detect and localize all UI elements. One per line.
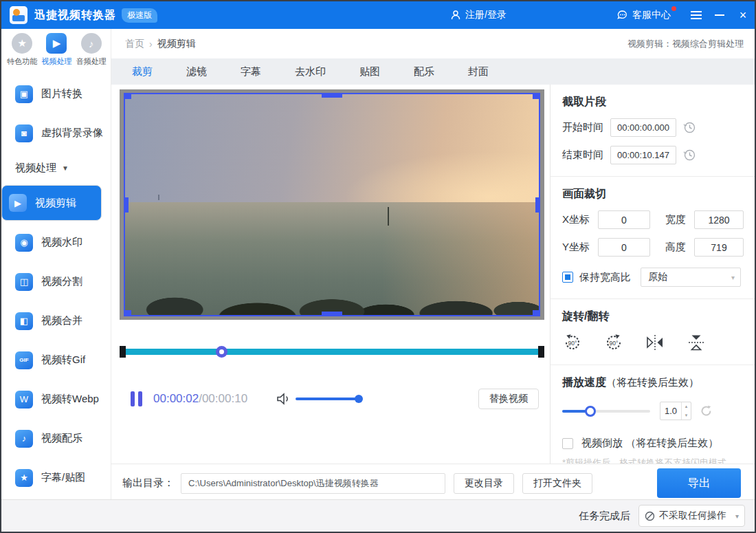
reverse-video-checkbox[interactable] [562, 438, 573, 449]
sidebar-item-video-merge[interactable]: ◧ 视频合并 [1, 301, 111, 340]
crop-handle-left[interactable] [124, 197, 129, 213]
trim-handle-end[interactable] [538, 346, 544, 358]
crop-handle-top-left[interactable] [124, 93, 131, 99]
service-center-label: 客服中心 [632, 9, 671, 21]
height-input[interactable] [694, 238, 744, 257]
spin-up-icon[interactable]: ▴ [682, 402, 691, 411]
sidebar-item-virtual-background[interactable]: ◙ 虚拟背景录像 [1, 113, 111, 153]
hamburger-icon [691, 9, 702, 21]
tab-subtitle[interactable]: 字幕 [241, 65, 261, 78]
tab-music[interactable]: 配乐 [414, 65, 434, 78]
app-window: 迅捷视频转换器 极速版 注册/登录 客服中心 × ★ 特色功能 [0, 0, 756, 533]
nav-label: 特色功能 [7, 56, 37, 67]
volume-control [276, 393, 362, 405]
timeline-track[interactable] [122, 349, 542, 355]
after-task-dropdown[interactable]: 不采取任何操作 ▾ [638, 505, 745, 527]
sidebar-item-label: 视频分割 [41, 275, 82, 288]
open-folder-button[interactable]: 打开文件夹 [522, 473, 592, 494]
nav-feature-functions[interactable]: ★ 特色功能 [5, 33, 38, 73]
crop-handle-top-right[interactable] [533, 93, 540, 99]
chevron-down-icon: ▾ [735, 512, 739, 520]
sidebar-item-label: 字幕/贴图 [41, 471, 85, 484]
sidebar-section-video-processing[interactable]: 视频处理 ▼ [1, 153, 111, 183]
sidebar-item-video-music[interactable]: ♪ 视频配乐 [1, 419, 111, 458]
time-display: 00:00:02/00:00:10 [153, 392, 247, 406]
sidebar-item-label: 视频剪辑 [35, 197, 76, 210]
tab-filter[interactable]: 滤镜 [186, 65, 207, 78]
clock-reset-icon[interactable] [683, 121, 696, 134]
nav-video-processing[interactable]: ▶ 视频处理 [40, 33, 73, 73]
timeline[interactable] [120, 345, 544, 359]
nav-audio-processing[interactable]: ♪ 音频处理 [75, 33, 108, 73]
sidebar-item-video-split[interactable]: ◫ 视频分割 [1, 262, 111, 301]
sidebar-item-subtitle-sticker[interactable]: ★ 字幕/贴图 [1, 458, 111, 497]
change-directory-button[interactable]: 更改目录 [454, 473, 514, 494]
aspect-ratio-dropdown[interactable]: 原始 ▾ [641, 268, 741, 287]
status-bar: 任务完成后 不采取任何操作 ▾ [1, 499, 755, 532]
speed-spinner[interactable]: 1.0 ▴ ▾ [660, 402, 691, 420]
y-coord-input[interactable] [598, 238, 650, 257]
sidebar-list: ▣ 图片转换 ◙ 虚拟背景录像 视频处理 ▼ ▶ 视频剪辑 ◉ 视频水印 ◫ 视… [1, 74, 111, 499]
breadcrumb-home[interactable]: 首页 [125, 38, 144, 50]
keep-aspect-ratio-checkbox[interactable] [562, 272, 573, 283]
pause-button[interactable] [131, 391, 142, 406]
sidebar-item-video-watermark[interactable]: ◉ 视频水印 [1, 223, 111, 262]
tab-remove-watermark[interactable]: 去水印 [295, 65, 326, 78]
rotate-left-90-icon[interactable]: 90° [562, 332, 583, 353]
speed-slider-handle[interactable] [585, 406, 596, 417]
flip-vertical-icon[interactable] [686, 332, 707, 353]
playhead[interactable] [216, 346, 227, 358]
export-button[interactable]: 导出 [657, 468, 741, 498]
clock-reset-icon[interactable] [683, 149, 696, 162]
replace-video-button[interactable]: 替换视频 [478, 389, 539, 409]
notification-dot [671, 6, 676, 11]
x-coord-input[interactable] [598, 210, 650, 229]
settings-panel: 截取片段 开始时间 结束时间 画面裁切 X坐标 宽度 [550, 85, 756, 464]
volume-slider-handle[interactable] [355, 395, 363, 403]
flip-horizontal-icon[interactable] [645, 332, 665, 353]
spin-down-icon[interactable]: ▾ [682, 411, 691, 420]
rotate-right-90-icon[interactable]: 90° [603, 332, 624, 353]
reset-speed-icon[interactable] [700, 404, 713, 417]
start-time-input[interactable] [610, 118, 676, 137]
crop-handle-right[interactable] [535, 197, 540, 213]
login-button[interactable]: 注册/登录 [450, 9, 507, 21]
service-center-button[interactable]: 客服中心 [616, 9, 671, 21]
crop-region[interactable] [124, 93, 540, 316]
width-input[interactable] [694, 210, 744, 229]
speaker-icon[interactable] [276, 393, 290, 405]
end-time-input[interactable] [610, 146, 676, 164]
watermark-icon: ◉ [15, 234, 33, 252]
breadcrumb: 首页 › 视频剪辑 视频剪辑：视频综合剪辑处理 [111, 29, 755, 58]
output-path-input[interactable] [181, 473, 445, 494]
menu-button[interactable] [685, 1, 708, 29]
sidebar-item-label: 视频配乐 [41, 432, 82, 445]
crop-handle-bottom-right[interactable] [533, 310, 540, 316]
speed-hint: （将在转换后生效） [606, 376, 699, 388]
user-icon [450, 10, 461, 21]
crop-handle-top[interactable] [322, 93, 342, 98]
crop-handle-bottom[interactable] [322, 312, 342, 316]
nav-label: 视频处理 [41, 56, 71, 67]
minimize-button[interactable] [708, 1, 731, 29]
close-button[interactable]: × [731, 1, 755, 29]
minimize-icon [715, 14, 724, 16]
sidebar-item-video-to-gif[interactable]: GIF 视频转Gif [1, 340, 111, 380]
video-music-icon: ♪ [15, 430, 33, 448]
speed-slider[interactable] [562, 410, 650, 413]
sidebar-item-label: 视频转Gif [41, 353, 85, 367]
end-time-label: 结束时间 [562, 149, 603, 162]
sidebar: ★ 特色功能 ▶ 视频处理 ♪ 音频处理 ▣ 图片转换 ◙ 虚拟背景录像 视频处 [1, 29, 111, 499]
tab-cover[interactable]: 封面 [468, 65, 489, 78]
sidebar-item-image-convert[interactable]: ▣ 图片转换 [1, 74, 111, 113]
video-clip-icon: ▶ [9, 194, 27, 212]
volume-slider[interactable] [296, 398, 362, 400]
crop-section-title: 画面裁切 [562, 187, 745, 202]
sidebar-item-video-to-webp[interactable]: W 视频转Webp [1, 380, 111, 419]
tab-crop[interactable]: 裁剪 [132, 65, 153, 78]
sidebar-item-video-clip[interactable]: ▶ 视频剪辑 [1, 185, 102, 221]
trim-handle-start[interactable] [120, 346, 126, 358]
crop-handle-bottom-left[interactable] [124, 310, 131, 316]
tab-sticker[interactable]: 贴图 [359, 65, 380, 78]
player-controls: 00:00:02/00:00:10 替换视频 [120, 385, 544, 413]
